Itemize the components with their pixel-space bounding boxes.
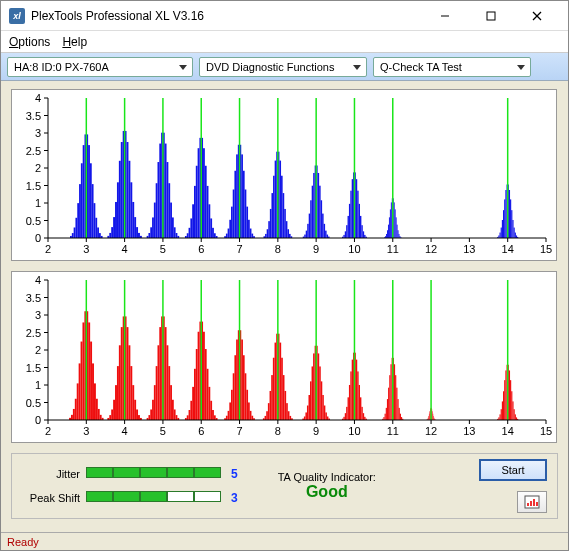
svg-rect-29 — [83, 145, 85, 238]
svg-rect-35 — [94, 203, 96, 238]
test-select[interactable]: Q-Check TA Test — [373, 57, 531, 77]
svg-rect-503 — [536, 502, 538, 506]
svg-rect-198 — [503, 210, 504, 238]
svg-rect-416 — [387, 399, 388, 420]
chart-top: 00.511.522.533.5423456789101112131415 — [11, 89, 557, 261]
svg-rect-331 — [210, 401, 212, 420]
svg-rect-400 — [352, 360, 353, 420]
svg-rect-302 — [154, 385, 156, 420]
svg-rect-108 — [241, 154, 243, 238]
minimize-button[interactable] — [422, 1, 468, 31]
jitter-row: Jitter 5 — [22, 467, 238, 481]
svg-rect-346 — [241, 339, 243, 420]
toolbar: HA:8 ID:0 PX-760A DVD Diagnostic Functio… — [1, 53, 568, 81]
svg-rect-76 — [176, 233, 178, 238]
svg-rect-328 — [205, 349, 207, 420]
maximize-button[interactable] — [468, 1, 514, 31]
menu-options[interactable]: Options — [9, 35, 50, 49]
svg-rect-444 — [433, 416, 434, 420]
svg-text:6: 6 — [198, 243, 204, 255]
svg-rect-56 — [136, 227, 138, 238]
svg-rect-73 — [170, 203, 172, 238]
svg-rect-301 — [152, 400, 154, 420]
svg-rect-162 — [352, 179, 353, 238]
svg-rect-437 — [429, 411, 430, 420]
svg-rect-457 — [505, 370, 506, 420]
svg-rect-187 — [397, 225, 398, 238]
metrics-block: Jitter 5 Peak Shift 3 — [22, 467, 238, 505]
svg-rect-348 — [245, 373, 247, 420]
svg-text:7: 7 — [236, 425, 242, 437]
save-chart-icon — [524, 495, 540, 509]
svg-rect-271 — [90, 342, 92, 420]
svg-rect-206 — [512, 220, 513, 238]
svg-rect-261 — [71, 415, 73, 420]
svg-rect-165 — [356, 179, 357, 238]
svg-rect-369 — [286, 403, 288, 420]
svg-rect-62 — [150, 227, 152, 238]
svg-rect-385 — [319, 366, 321, 420]
svg-rect-452 — [499, 414, 500, 420]
svg-rect-119 — [267, 229, 269, 238]
svg-rect-339 — [229, 402, 231, 420]
svg-rect-389 — [325, 412, 327, 420]
svg-rect-75 — [174, 227, 176, 238]
svg-rect-293 — [134, 400, 136, 420]
svg-rect-262 — [73, 409, 75, 420]
svg-rect-53 — [130, 182, 132, 238]
svg-rect-318 — [187, 415, 189, 420]
svg-rect-197 — [502, 220, 503, 238]
svg-rect-114 — [251, 234, 253, 238]
svg-text:4: 4 — [122, 425, 128, 437]
svg-rect-404 — [357, 371, 358, 420]
button-block: Start — [479, 459, 547, 513]
start-button[interactable]: Start — [479, 459, 547, 481]
svg-rect-304 — [157, 345, 159, 420]
svg-rect-264 — [77, 383, 79, 420]
svg-rect-102 — [231, 207, 233, 238]
svg-rect-47 — [119, 161, 121, 238]
drive-select[interactable]: HA:8 ID:0 PX-760A — [7, 57, 193, 77]
svg-rect-112 — [248, 220, 250, 238]
svg-rect-395 — [345, 413, 346, 420]
svg-rect-81 — [189, 228, 191, 238]
svg-rect-283 — [115, 385, 117, 420]
svg-rect-377 — [307, 406, 309, 420]
svg-rect-407 — [361, 407, 362, 420]
svg-text:13: 13 — [463, 425, 475, 437]
svg-rect-365 — [280, 343, 282, 420]
save-chart-button[interactable] — [517, 491, 547, 513]
svg-rect-91 — [207, 186, 209, 238]
svg-text:10: 10 — [348, 425, 360, 437]
peakshift-row: Peak Shift 3 — [22, 491, 238, 505]
svg-rect-177 — [387, 230, 388, 238]
svg-rect-405 — [359, 385, 360, 420]
svg-rect-159 — [348, 216, 349, 238]
svg-rect-329 — [207, 369, 209, 420]
svg-text:2.5: 2.5 — [26, 327, 41, 339]
svg-rect-280 — [109, 415, 111, 420]
svg-rect-25 — [75, 218, 77, 238]
svg-rect-24 — [74, 227, 76, 238]
svg-rect-286 — [121, 327, 123, 420]
close-button[interactable] — [514, 1, 560, 31]
svg-rect-388 — [324, 406, 326, 420]
svg-rect-356 — [265, 416, 267, 420]
svg-rect-276 — [100, 415, 102, 420]
svg-rect-368 — [284, 391, 286, 420]
menu-help[interactable]: Help — [62, 35, 87, 49]
titlebar: xl PlexTools Professional XL V3.16 — [1, 1, 568, 31]
svg-rect-195 — [499, 233, 500, 238]
svg-rect-51 — [127, 142, 129, 238]
svg-rect-86 — [198, 148, 200, 238]
svg-rect-379 — [310, 381, 312, 420]
svg-rect-305 — [159, 327, 161, 420]
svg-rect-84 — [194, 186, 196, 238]
svg-text:1.5: 1.5 — [26, 362, 41, 374]
svg-rect-26 — [77, 203, 79, 238]
svg-rect-359 — [270, 391, 272, 420]
svg-rect-371 — [289, 416, 291, 420]
svg-rect-160 — [349, 204, 350, 238]
svg-text:9: 9 — [313, 243, 319, 255]
function-select[interactable]: DVD Diagnostic Functions — [199, 57, 367, 77]
